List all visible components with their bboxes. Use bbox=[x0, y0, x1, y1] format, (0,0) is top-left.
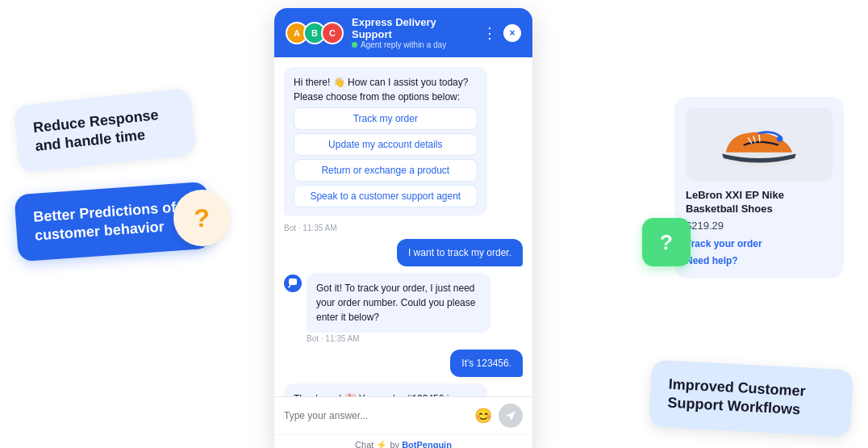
option-return-exchange[interactable]: Return or exchange a product bbox=[294, 159, 478, 182]
track-order-link[interactable]: Track your order bbox=[686, 238, 833, 249]
emoji-button[interactable]: 😊 bbox=[474, 408, 492, 423]
user-message-2: It's 123456. bbox=[450, 350, 523, 377]
option-track-order[interactable]: Track my order bbox=[294, 107, 478, 130]
bot-response-row-1: Got it! To track your order, I just need… bbox=[284, 273, 523, 343]
botpenguin-brand-link[interactable]: BotPenguin bbox=[402, 440, 452, 448]
chat-input-field[interactable] bbox=[284, 410, 468, 421]
bot-greeting-bubble: Hi there! 👋 How can I assist you today? … bbox=[284, 67, 487, 216]
bot-response-bubble-2: Thank you! 🎉 Your order #123456 is curre… bbox=[284, 383, 487, 396]
chat-input-row: 😊 bbox=[274, 396, 532, 434]
need-help-link[interactable]: Need help? bbox=[686, 255, 738, 266]
status-dot bbox=[352, 42, 357, 48]
svg-rect-0 bbox=[289, 278, 297, 285]
option-buttons: Track my order Update my account details… bbox=[294, 107, 478, 207]
footer-by-text: by bbox=[390, 440, 399, 448]
product-name: LeBron XXI EP Nike Basketball Shoes bbox=[686, 189, 833, 216]
bot-greeting-text: Hi there! 👋 How can I assist you today? … bbox=[294, 77, 468, 103]
svg-point-5 bbox=[777, 136, 782, 141]
chat-avatars: A B C bbox=[286, 22, 344, 44]
bot-time-label-2: Bot · 11:35 AM bbox=[307, 334, 523, 343]
chat-subtitle: Agent reply within a day bbox=[352, 40, 474, 49]
product-image-area bbox=[686, 108, 833, 181]
close-button[interactable]: × bbox=[503, 24, 521, 42]
option-speak-agent[interactable]: Speak to a customer support agent bbox=[294, 185, 478, 207]
menu-dots-button[interactable]: ⋮ bbox=[482, 26, 497, 40]
question-mark-left: ? bbox=[194, 203, 210, 233]
chat-header: A B C Express Delivery Support Agent rep… bbox=[274, 8, 532, 57]
improved-workflows-label: Improved Customer Support Workflows bbox=[667, 376, 806, 418]
footer-chat-label: Chat bbox=[355, 440, 373, 448]
lightning-icon: ⚡ bbox=[376, 440, 387, 448]
chat-widget: A B C Express Delivery Support Agent rep… bbox=[274, 8, 532, 448]
right-panel: LeBron XXI EP Nike Basketball Shoes $219… bbox=[674, 97, 844, 278]
chat-header-info: Express Delivery Support Agent reply wit… bbox=[352, 16, 474, 49]
question-bubble-left: ? bbox=[173, 190, 230, 246]
svg-line-4 bbox=[759, 135, 760, 142]
product-card: LeBron XXI EP Nike Basketball Shoes $219… bbox=[674, 97, 844, 278]
bot-time-label-1: Bot · 11:35 AM bbox=[284, 224, 523, 232]
chat-header-actions: ⋮ × bbox=[482, 24, 521, 42]
chat-messages: Hi there! 👋 How can I assist you today? … bbox=[274, 57, 532, 396]
avatar-3: C bbox=[321, 22, 344, 44]
card-better-label: Better Predictions of customer behavior bbox=[33, 199, 177, 244]
card-reduce-label: Reduce Response and handle time bbox=[32, 107, 159, 154]
product-price: $219.29 bbox=[686, 220, 833, 232]
chat-footer: Chat ⚡ by BotPenguin bbox=[274, 434, 532, 448]
user-message-1: I want to track my order. bbox=[397, 239, 523, 266]
chat-subtitle-text: Agent reply within a day bbox=[361, 40, 446, 49]
bot-response-bubble-1: Got it! To track your order, I just need… bbox=[307, 273, 490, 333]
shoe-image bbox=[715, 116, 803, 173]
card-improved-workflows: Improved Customer Support Workflows bbox=[649, 360, 853, 438]
question-bubble-right: ? bbox=[642, 218, 691, 266]
bot-icon bbox=[284, 274, 302, 292]
chat-title: Express Delivery Support bbox=[352, 16, 474, 40]
card-reduce-response: Reduce Response and handle time bbox=[13, 88, 196, 173]
option-update-account[interactable]: Update my account details bbox=[294, 133, 478, 156]
send-button[interactable] bbox=[499, 404, 523, 428]
